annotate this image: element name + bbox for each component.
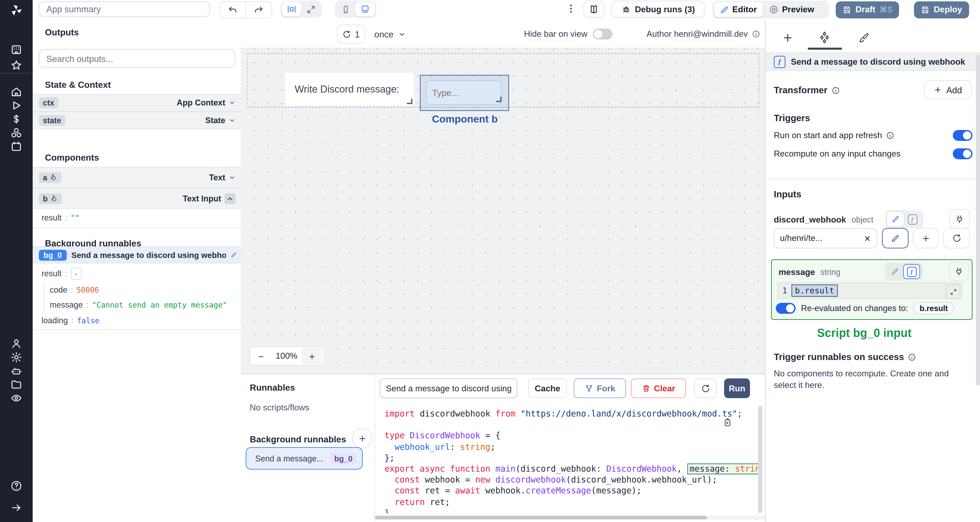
- app-summary-input[interactable]: [39, 2, 210, 17]
- run-on-start-toggle[interactable]: [953, 130, 972, 141]
- add-resource-button[interactable]: [913, 228, 939, 248]
- search-outputs-input[interactable]: [39, 49, 235, 68]
- collapse-arrow-icon[interactable]: [10, 501, 22, 514]
- refresh-count-box[interactable]: 1: [337, 24, 366, 43]
- save-icon: [921, 5, 930, 14]
- selected-expression[interactable]: b.result: [791, 285, 838, 297]
- resize-handle[interactable]: [496, 97, 501, 102]
- tab-styling[interactable]: [857, 30, 870, 44]
- eval-mode-button[interactable]: f: [904, 212, 921, 227]
- runnables-bottom-panel: Runnables No scripts/flows Background ru…: [241, 374, 765, 522]
- schedule-select[interactable]: once: [374, 24, 406, 43]
- run-button[interactable]: Run: [724, 379, 750, 398]
- tab-preview[interactable]: Preview: [763, 2, 820, 17]
- recompute-toggle[interactable]: [953, 148, 972, 159]
- component-b-selected[interactable]: [420, 75, 509, 111]
- add-background-runnable-button[interactable]: [352, 428, 372, 449]
- resize-handle[interactable]: [407, 99, 412, 104]
- pencil-icon: [891, 215, 899, 223]
- workers-robot-icon[interactable]: [10, 365, 22, 377]
- component-b-badge: b: [39, 193, 62, 204]
- message-expression-editor[interactable]: 1 b.result: [777, 282, 962, 299]
- deploy-button[interactable]: Deploy: [914, 1, 969, 18]
- pencil-icon: [891, 267, 899, 275]
- tab-editor[interactable]: Editor: [714, 2, 763, 17]
- undo-button[interactable]: [220, 2, 245, 18]
- copy-code-button[interactable]: [723, 418, 732, 427]
- connect-plug-button[interactable]: [950, 209, 970, 229]
- plus-icon: [934, 86, 942, 94]
- variables-dollar-icon[interactable]: [10, 113, 22, 125]
- output-row-component-b[interactable]: b Text Input: [33, 188, 241, 209]
- user-icon[interactable]: [10, 337, 22, 350]
- settings-gear-icon[interactable]: [10, 351, 22, 363]
- mobile-view-button[interactable]: [336, 2, 355, 16]
- fork-button[interactable]: Fork: [574, 379, 626, 398]
- collapse-row-button[interactable]: [224, 193, 235, 204]
- help-icon[interactable]: [10, 480, 22, 492]
- panel-scrollbar[interactable]: [976, 54, 980, 386]
- code-vertical-scrollbar[interactable]: [758, 406, 762, 513]
- windmill-logo[interactable]: [10, 3, 23, 17]
- resources-cubes-icon[interactable]: [10, 127, 22, 139]
- static-mode-button[interactable]: [887, 212, 904, 227]
- tab-settings[interactable]: [817, 30, 831, 44]
- ctx-badge: ctx: [39, 97, 58, 108]
- hide-bar-toggle[interactable]: [593, 29, 612, 40]
- fullscreen-button[interactable]: [301, 2, 321, 16]
- debug-runs-button[interactable]: Debug runs (3): [611, 1, 705, 18]
- docs-button[interactable]: [583, 1, 605, 18]
- top-toolbar: ⋮ Debug runs (3) Editor Preview Draft⌘S …: [33, 0, 980, 20]
- folders-icon[interactable]: [10, 379, 22, 391]
- center-canvas-button[interactable]: [282, 2, 301, 16]
- discord-webhook-resource-field[interactable]: u/henri/te...: [774, 228, 877, 248]
- draft-button[interactable]: Draft⌘S: [836, 1, 899, 18]
- desktop-view-button[interactable]: [355, 2, 375, 16]
- zoom-in-button[interactable]: +: [301, 348, 323, 364]
- app-canvas[interactable]: Write Discord message: Component b − 100…: [241, 48, 765, 374]
- edit-resource-button[interactable]: [882, 228, 908, 248]
- runnable-name-input[interactable]: [380, 379, 517, 398]
- apps-icon[interactable]: [10, 43, 22, 56]
- bg0-loading-row: loading:false: [41, 316, 100, 325]
- reeval-target-chip[interactable]: b.result: [913, 302, 954, 314]
- editor-preview-toggle: Editor Preview: [713, 1, 829, 18]
- add-transformer-button[interactable]: Add: [924, 80, 972, 99]
- clear-button[interactable]: Clear: [631, 379, 686, 398]
- output-row-ctx[interactable]: ctx App Context: [33, 94, 241, 111]
- output-row-component-a[interactable]: a Text: [33, 167, 241, 188]
- selected-component-label: Component b: [410, 113, 519, 124]
- code-editor[interactable]: import discordwebhook from "https://deno…: [375, 403, 759, 513]
- runnables-title: Runnables: [250, 382, 295, 393]
- eval-mode-button[interactable]: f: [903, 264, 920, 279]
- state-badge: state: [39, 115, 65, 126]
- refresh-resource-button[interactable]: [943, 228, 970, 248]
- output-row-state[interactable]: state State: [33, 111, 241, 129]
- home-icon[interactable]: [10, 86, 22, 98]
- zoom-out-button[interactable]: −: [250, 348, 272, 364]
- output-row-bg0[interactable]: bg_0 Send a message to discord using web…: [33, 247, 241, 263]
- rerun-button[interactable]: [694, 379, 717, 398]
- code-horizontal-scrollbar[interactable]: [375, 515, 765, 520]
- bg0-runnable-card[interactable]: Send a message... bg_0: [246, 447, 363, 469]
- schedules-calendar-icon[interactable]: [10, 140, 22, 153]
- runs-icon[interactable]: [10, 99, 22, 111]
- expand-editor-button[interactable]: [946, 285, 960, 299]
- audit-eye-icon[interactable]: [10, 392, 22, 404]
- kebab-menu[interactable]: ⋮: [566, 3, 576, 14]
- refresh-icon: [701, 384, 710, 393]
- info-icon: [908, 353, 916, 361]
- text-input-component[interactable]: [426, 80, 501, 105]
- static-mode-button[interactable]: [886, 264, 903, 279]
- component-a-text[interactable]: Write Discord message:: [285, 73, 414, 105]
- component-settings-panel: f Send a message to discord using webhoo…: [765, 19, 980, 522]
- collapse-result-button[interactable]: -: [70, 267, 81, 280]
- tab-insert[interactable]: [781, 30, 794, 44]
- redo-button[interactable]: [246, 2, 271, 18]
- favorites-star-icon[interactable]: [10, 59, 22, 72]
- reeval-toggle[interactable]: [776, 303, 795, 314]
- left-nav-rail: [0, 0, 33, 522]
- cache-button[interactable]: Cache: [528, 379, 567, 398]
- save-icon: [843, 5, 851, 14]
- connect-plug-button[interactable]: [949, 262, 969, 281]
